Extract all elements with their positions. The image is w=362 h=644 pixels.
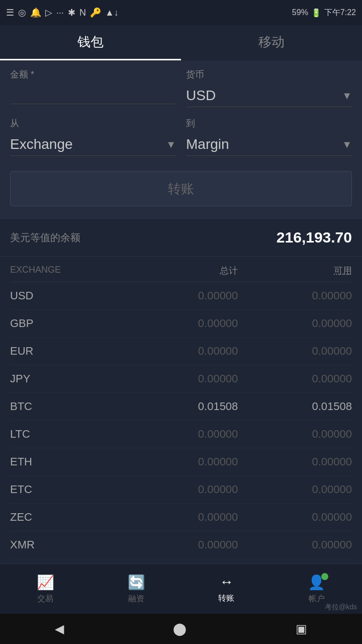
to-group: 到 Margin ▼	[186, 117, 352, 156]
table-row: USD 0.00000 0.00000	[10, 282, 352, 310]
nfc-icon: N	[79, 8, 86, 18]
bottom-nav: 📈 交易 🔄 融资 ↔ 转账 👤 帐户	[0, 564, 362, 614]
app-icon: ◎	[18, 7, 26, 18]
cell-total-9: 0.00000	[124, 538, 238, 551]
cell-available-5: 0.00000	[238, 428, 352, 441]
status-left: ☰ ◎ 🔔 ▷ ··· ✱ N 🔑 ▲↓	[6, 7, 119, 18]
bluetooth-icon: ✱	[68, 7, 75, 18]
cell-currency-4: BTC	[10, 400, 124, 413]
table-row: EUR 0.00000 0.00000	[10, 338, 352, 365]
system-nav-bar: ◀ ⬤ ▣	[0, 614, 362, 644]
dots-icon: ···	[56, 8, 64, 18]
currency-label: 货币	[186, 68, 352, 80]
cell-currency-2: EUR	[10, 345, 124, 358]
trade-icon: 📈	[37, 574, 54, 591]
watermark: 考拉@kds	[325, 603, 357, 612]
cell-available-8: 0.00000	[238, 511, 352, 524]
cell-currency-0: USD	[10, 289, 124, 302]
menu-icon: ☰	[6, 7, 14, 18]
nav-transfer-label: 转账	[218, 593, 234, 604]
from-dropdown-arrow: ▼	[166, 139, 176, 150]
nav-transfer[interactable]: ↔ 转账	[218, 574, 234, 604]
nav-account[interactable]: 👤 帐户	[308, 574, 325, 604]
cell-currency-5: LTC	[10, 428, 124, 441]
back-button[interactable]: ◀	[55, 622, 64, 636]
table-section: EXCHANGE 总计 可用 USD 0.00000 0.00000 GBP 0…	[0, 257, 362, 614]
cell-total-1: 0.00000	[124, 317, 238, 330]
to-dropdown-arrow: ▼	[342, 139, 352, 150]
from-label: 从	[10, 117, 176, 129]
nav-finance[interactable]: 🔄 融资	[128, 574, 145, 604]
table-header: EXCHANGE 总计 可用	[10, 257, 352, 282]
notification-icon: 🔔	[30, 7, 41, 18]
cell-available-9: 0.00000	[238, 538, 352, 551]
currency-dropdown-arrow: ▼	[342, 90, 352, 102]
cell-available-2: 0.00000	[238, 345, 352, 358]
amount-input[interactable]	[10, 85, 176, 104]
from-value: Exchange	[10, 136, 73, 152]
transfer-icon: ↔	[219, 574, 233, 590]
time-text: 下午7:22	[324, 8, 356, 18]
cell-total-2: 0.00000	[124, 345, 238, 358]
send-icon: ▷	[45, 7, 52, 18]
available-label: 可用	[238, 265, 352, 277]
cell-available-7: 0.00000	[238, 483, 352, 496]
amount-group: 金额 *	[10, 68, 176, 107]
cell-available-4: 0.01508	[238, 400, 352, 413]
tab-wallet[interactable]: 钱包	[0, 25, 181, 60]
from-group: 从 Exchange ▼	[10, 117, 176, 156]
amount-currency-row: 金额 * 货币 USD ▼	[10, 68, 352, 107]
cell-currency-8: ZEC	[10, 511, 124, 524]
recents-button[interactable]: ▣	[296, 622, 307, 636]
currency-group: 货币 USD ▼	[186, 68, 352, 107]
section-label: EXCHANGE	[10, 265, 124, 277]
finance-icon: 🔄	[128, 574, 145, 591]
cell-currency-7: ETC	[10, 483, 124, 496]
cell-total-3: 0.00000	[124, 372, 238, 385]
cell-total-8: 0.00000	[124, 511, 238, 524]
status-right: 59% 🔋 下午7:22	[292, 8, 356, 18]
nav-trade-label: 交易	[37, 594, 53, 604]
account-dot	[321, 573, 328, 580]
tab-move[interactable]: 移动	[181, 25, 362, 60]
status-bar: ☰ ◎ 🔔 ▷ ··· ✱ N 🔑 ▲↓ 59% 🔋 下午7:22	[0, 0, 362, 25]
table-row: BTC 0.01508 0.01508	[10, 393, 352, 421]
table-row: XMR 0.00000 0.00000	[10, 531, 352, 559]
battery-text: 59%	[292, 8, 308, 17]
table-row: ZEC 0.00000 0.00000	[10, 504, 352, 531]
to-select[interactable]: Margin ▼	[186, 133, 352, 156]
transfer-button[interactable]: 转账	[10, 171, 352, 206]
cell-currency-6: ETH	[10, 455, 124, 468]
cell-available-1: 0.00000	[238, 317, 352, 330]
from-select[interactable]: Exchange ▼	[10, 133, 176, 156]
nav-account-label: 帐户	[309, 594, 325, 604]
table-row: GBP 0.00000 0.00000	[10, 310, 352, 338]
form-section: 金额 * 货币 USD ▼ 从 Exchange ▼ 到 Margin ▼	[0, 60, 362, 218]
key-icon: 🔑	[90, 7, 101, 18]
nav-finance-label: 融资	[128, 594, 144, 604]
cell-total-5: 0.00000	[124, 428, 238, 441]
amount-label: 金额 *	[10, 68, 176, 80]
to-value: Margin	[186, 136, 229, 152]
cell-available-6: 0.00000	[238, 455, 352, 468]
balance-section: 美元等值的余额 216,193.70	[0, 218, 362, 257]
cell-total-0: 0.00000	[124, 289, 238, 302]
currency-select[interactable]: USD ▼	[186, 85, 352, 107]
home-button[interactable]: ⬤	[173, 622, 187, 636]
table-row: JPY 0.00000 0.00000	[10, 365, 352, 393]
cell-total-6: 0.00000	[124, 455, 238, 468]
nav-trade[interactable]: 📈 交易	[37, 574, 54, 604]
table-row: ETH 0.00000 0.00000	[10, 448, 352, 476]
table-row: LTC 0.00000 0.00000	[10, 421, 352, 448]
total-label: 总计	[124, 265, 238, 277]
balance-label: 美元等值的余额	[10, 231, 80, 245]
signal-icon: ▲↓	[105, 8, 119, 18]
cell-available-0: 0.00000	[238, 289, 352, 302]
table-row: ETC 0.00000 0.00000	[10, 476, 352, 504]
from-to-row: 从 Exchange ▼ 到 Margin ▼	[10, 117, 352, 156]
cell-currency-3: JPY	[10, 372, 124, 385]
to-label: 到	[186, 117, 352, 129]
cell-total-4: 0.01508	[124, 400, 238, 413]
battery-icon: 🔋	[311, 8, 321, 18]
balance-value: 216,193.70	[277, 229, 352, 246]
